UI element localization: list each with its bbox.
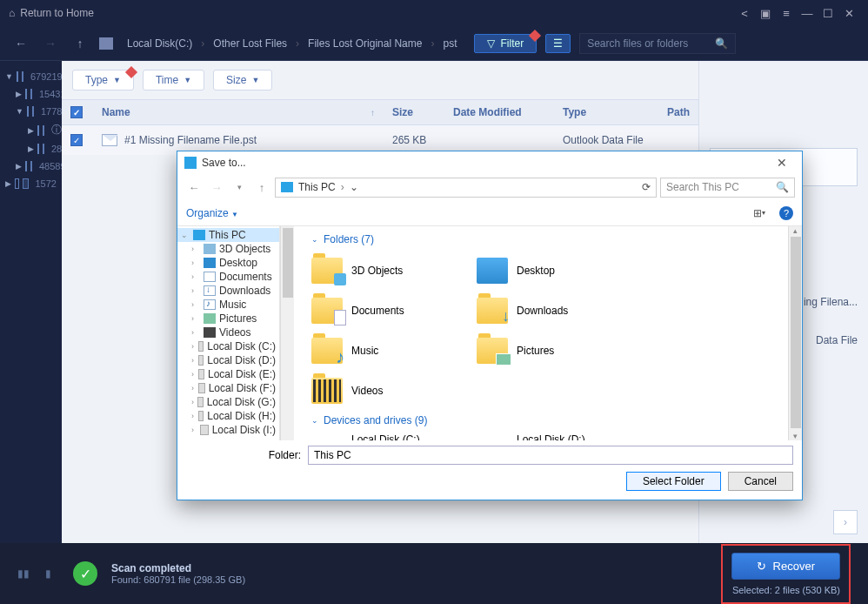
search-input[interactable]: Search files or folders 🔍 <box>579 33 736 54</box>
nav-forward[interactable]: → <box>40 37 61 50</box>
tree-local-disk[interactable]: ▼Local Disk(C:)679219 <box>0 68 62 85</box>
folder-pictures[interactable]: Pictures <box>477 331 642 371</box>
tree-item[interactable]: ›Local Disk (D:) <box>177 353 279 367</box>
funnel-icon: ▽ <box>487 37 495 50</box>
recover-button[interactable]: ↻ Recover <box>731 553 840 580</box>
list-mode-button[interactable]: ☰ <box>545 34 571 53</box>
folder-music[interactable]: Music <box>311 331 477 371</box>
tree-scrollbar[interactable] <box>280 226 294 440</box>
scan-status: Scan completed <box>111 562 245 574</box>
tree-item[interactable]: ›Local Disk (E:) <box>177 367 279 381</box>
layout-icon[interactable]: ▣ <box>755 3 776 23</box>
return-home-label: Return to Home <box>20 7 94 19</box>
crumb-2[interactable]: Files Lost Original Name <box>308 37 422 50</box>
tree-item[interactable]: ›Downloads <box>177 284 279 298</box>
tree-item[interactable]: ›Desktop <box>177 256 279 270</box>
tree-item[interactable]: ›Local Disk (F:) <box>177 381 279 395</box>
tree-item[interactable]: ›Local Disk (I:) <box>177 423 279 437</box>
dlg-back[interactable]: ← <box>184 181 204 194</box>
chevron-down-icon: ▼ <box>184 76 191 84</box>
preview-next[interactable]: › <box>833 510 858 534</box>
dialog-close[interactable]: ✕ <box>769 156 795 170</box>
tree-existing[interactable]: ▶Existing Files485898 <box>0 158 62 175</box>
tree-this-pc[interactable]: ⌄This PC <box>177 228 279 242</box>
tree-item[interactable]: ›Documents <box>177 270 279 284</box>
folder-input[interactable] <box>308 446 793 465</box>
address-dropdown[interactable]: ⌄ <box>350 181 358 193</box>
organize-menu[interactable]: Organize ▼ <box>186 207 238 219</box>
drives-header[interactable]: ⌄Devices and drives (9) <box>311 414 778 426</box>
tree-tags[interactable]: ▶Tags1572 <box>0 175 62 192</box>
dialog-title: Save to... <box>202 157 246 169</box>
tree-item[interactable]: ›Music <box>177 298 279 312</box>
maximize-button[interactable]: ☐ <box>818 3 838 23</box>
filter-button[interactable]: ▽ Filter <box>474 34 537 53</box>
cancel-button[interactable]: Cancel <box>728 472 793 491</box>
folder-desktop[interactable]: Desktop <box>477 251 642 291</box>
file-type: Outlook Data File <box>554 134 658 146</box>
folder-documents[interactable]: Documents <box>311 291 477 331</box>
chip-size[interactable]: Size▼ <box>213 70 272 91</box>
close-button[interactable]: ✕ <box>838 3 859 23</box>
col-size[interactable]: Size <box>384 106 444 118</box>
folders-header[interactable]: ⌄Folders (7) <box>311 233 778 245</box>
help-icon[interactable]: ⓘ <box>51 123 62 138</box>
tree-item[interactable]: ›3D Objects <box>177 242 279 256</box>
menu-icon[interactable]: ≡ <box>776 3 797 23</box>
checkbox-all[interactable]: ✓ <box>70 106 83 118</box>
dlg-up[interactable]: ↑ <box>252 181 271 194</box>
dlg-search[interactable]: Search This PC 🔍 <box>660 178 795 198</box>
share-icon[interactable]: < <box>734 3 755 23</box>
crumb-3[interactable]: pst <box>443 37 457 50</box>
files-scrollbar[interactable]: ▴▾ <box>788 226 802 440</box>
tree-deleted[interactable]: ▶Deleted Files15431 <box>0 85 62 103</box>
help-button[interactable]: ? <box>779 206 793 220</box>
tree-item[interactable]: ›Pictures <box>177 312 279 325</box>
folder-label: Folder: <box>186 449 301 461</box>
col-type[interactable]: Type <box>554 106 658 118</box>
footer: ▮▮ ▮ ✓ Scan completed Found: 680791 file… <box>0 543 868 604</box>
folder-videos[interactable]: Videos <box>311 371 477 411</box>
refresh-icon[interactable]: ⟳ <box>642 181 651 193</box>
tree-item[interactable]: ›Local Disk (H:) <box>177 409 279 423</box>
col-date[interactable]: Date Modified <box>444 106 554 118</box>
selected-summary: Selected: 2 files (530 KB) <box>732 585 840 595</box>
crumb-1[interactable]: Other Lost Files <box>213 37 287 50</box>
dialog-titlebar: Save to... ✕ <box>177 151 802 174</box>
folder-3d-objects[interactable]: 3D Objects <box>311 251 477 291</box>
search-placeholder: Search files or folders <box>587 37 688 50</box>
chip-type[interactable]: Type▼ <box>72 70 134 91</box>
drive-d[interactable]: Local Disk (D:)69.7 GB free of 110 GB <box>477 432 642 440</box>
select-folder-button[interactable]: Select Folder <box>626 472 721 491</box>
folder-downloads[interactable]: Downloads <box>477 291 642 331</box>
drive-icon <box>99 37 113 50</box>
search-icon: 🔍 <box>715 37 728 50</box>
col-path[interactable]: Path <box>658 106 698 118</box>
tree-item[interactable]: ›Local Disk (G:) <box>177 395 279 409</box>
tree-lost-orig-name[interactable]: ▶Files Lost Origi...ⓘ177606 <box>0 120 62 140</box>
dlg-forward[interactable]: → <box>207 181 226 194</box>
tree-item[interactable]: ›Local Disk (C:) <box>177 339 279 353</box>
chevron-down-icon: ▼ <box>113 76 121 84</box>
row-checkbox[interactable]: ✓ <box>70 134 83 146</box>
folder-icon <box>477 298 508 324</box>
dlg-address[interactable]: This PC › ⌄ ⟳ <box>275 178 657 198</box>
stop-icon[interactable]: ▮ <box>45 567 59 580</box>
tree-other-lost[interactable]: ▼Other Lost Files177890 <box>0 103 62 120</box>
dlg-recent[interactable]: ▾ <box>230 183 249 191</box>
tree-lost-orig-dir[interactable]: ▶Files Lost Original Dire...284 <box>0 140 62 158</box>
nav-up[interactable]: ↑ <box>70 37 90 50</box>
return-home[interactable]: ⌂ Return to Home <box>9 7 94 19</box>
tree-item[interactable]: ›Videos <box>177 325 279 339</box>
drive-c[interactable]: Local Disk (C:)17.1 GB free of 111 GB <box>311 432 477 440</box>
chip-time[interactable]: Time▼ <box>143 70 204 91</box>
crumb-0[interactable]: Local Disk(C:) <box>127 37 192 50</box>
col-name[interactable]: Name↑ <box>93 106 384 118</box>
nav-back[interactable]: ← <box>10 37 31 50</box>
minimize-button[interactable]: — <box>797 3 818 23</box>
dlg-files: ⌄Folders (7) 3D Objects Desktop Document… <box>294 226 788 440</box>
view-mode[interactable]: ⊞ ▾ <box>750 205 769 221</box>
pause-icon[interactable]: ▮▮ <box>17 567 31 580</box>
folder-icon <box>43 144 44 154</box>
scan-found: Found: 680791 file (298.35 GB) <box>111 574 245 585</box>
